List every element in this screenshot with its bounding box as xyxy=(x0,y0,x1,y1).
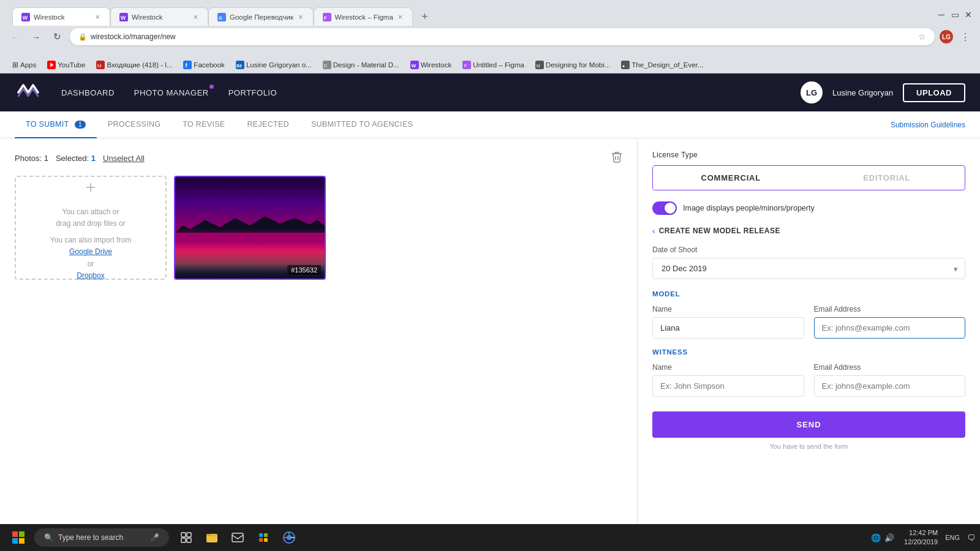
photos-grid: + You can attach or drag and drop files … xyxy=(15,176,622,280)
facebook-icon: f xyxy=(183,61,192,69)
submission-guidelines-link[interactable]: Submission Guidelines xyxy=(891,112,965,138)
svg-rect-12 xyxy=(183,61,192,69)
editorial-license-button[interactable]: EDITORIAL xyxy=(809,166,965,190)
back-button[interactable]: ← xyxy=(7,29,23,45)
browser-tab-3[interactable]: G Google Переводчик × xyxy=(208,7,314,26)
upload-dropzone[interactable]: + You can attach or drag and drop files … xyxy=(15,176,167,280)
search-icon: 🔍 xyxy=(44,533,53,542)
material-icon: D xyxy=(323,61,331,69)
clock-display[interactable]: 12:42 PM 12/20/2019 xyxy=(904,528,938,547)
witness-email-input[interactable] xyxy=(814,375,966,397)
bookmark-behance-label: Lusine Grigoryan o... xyxy=(246,61,312,69)
bookmark-figma[interactable]: F Untitled – Figma xyxy=(458,59,529,70)
model-release-title: CREATE NEW MODEL RELEASE xyxy=(659,227,780,235)
lock-icon: 🔒 xyxy=(78,33,87,41)
minimize-button[interactable]: ─ xyxy=(937,10,946,19)
svg-rect-41 xyxy=(264,533,268,537)
date-of-shoot-label: Date of Shoot xyxy=(652,246,965,254)
google-drive-link[interactable]: Google Drive xyxy=(69,247,112,256)
nav-dashboard[interactable]: DASHBOARD xyxy=(61,86,115,100)
dropbox-link[interactable]: Dropbox xyxy=(77,271,104,280)
refresh-button[interactable]: ↻ xyxy=(49,29,65,45)
svg-rect-34 xyxy=(187,533,191,537)
task-view-button[interactable] xyxy=(174,524,198,551)
taskbar-right: 🌐 🔊 12:42 PM 12/20/2019 ENG 🗨 xyxy=(866,528,975,547)
delete-button[interactable] xyxy=(611,151,622,166)
back-arrow-icon[interactable]: ‹ xyxy=(652,226,655,236)
model-fields-row: Name Email Address xyxy=(652,305,965,339)
taskbar: 🔍 Type here to search 🎤 xyxy=(0,524,980,551)
task-view-icon xyxy=(181,532,192,543)
notifications-icon[interactable]: 🗨 xyxy=(967,533,975,542)
user-avatar[interactable]: LG xyxy=(801,81,823,103)
tab-to-revise[interactable]: TO REVISE xyxy=(172,111,236,138)
tab-submitted-agencies[interactable]: SUBMITTED TO AGENCIES xyxy=(300,111,424,138)
figma-favicon: F xyxy=(323,13,331,21)
bookmark-star-icon[interactable]: ☆ xyxy=(918,32,926,42)
gmail-icon: M xyxy=(96,61,105,69)
svg-rect-43 xyxy=(264,538,268,542)
bookmark-designing-label: Designing for Mobi... xyxy=(546,61,610,69)
bookmark-apps[interactable]: ⊞ Apps xyxy=(7,59,41,70)
wirestock-logo[interactable] xyxy=(15,79,42,106)
bookmark-youtube[interactable]: YouTube xyxy=(42,59,90,70)
browser-tab-2[interactable]: W Wirestock × xyxy=(110,7,208,26)
mail-button[interactable] xyxy=(225,524,250,551)
tab-close-1[interactable]: × xyxy=(94,11,101,23)
chrome-button[interactable] xyxy=(277,524,301,551)
photo-thumbnail-item[interactable]: #135632 xyxy=(174,176,326,280)
bookmark-designing[interactable]: M Designing for Mobi... xyxy=(530,59,615,70)
nav-photo-manager[interactable]: PHOTO MANAGER xyxy=(134,86,209,100)
tab-close-2[interactable]: × xyxy=(192,11,199,23)
commercial-license-button[interactable]: COMMERCIAL xyxy=(653,166,809,190)
date-of-shoot-select[interactable]: 20 Dec 2019 xyxy=(652,258,965,279)
witness-name-input[interactable] xyxy=(652,375,804,397)
nav-links: DASHBOARD PHOTO MANAGER PORTFOLIO xyxy=(61,86,781,100)
tab-close-4[interactable]: × xyxy=(397,11,404,23)
browser-menu-icon[interactable]: ⋮ xyxy=(958,31,973,43)
people-property-toggle[interactable] xyxy=(652,201,677,215)
bookmark-behance[interactable]: Bē Lusine Grigoryan o... xyxy=(231,59,317,70)
maximize-button[interactable]: ▭ xyxy=(951,10,959,19)
bookmark-material[interactable]: D Design - Material D... xyxy=(318,59,404,70)
close-button[interactable]: ✕ xyxy=(964,10,973,19)
tab-rejected[interactable]: REJECTED xyxy=(236,111,300,138)
model-email-input[interactable] xyxy=(814,317,966,339)
bookmark-design-of-ever[interactable]: ● The_Design_of_Ever... xyxy=(616,59,708,70)
designing-icon: M xyxy=(535,61,544,69)
bookmark-gmail[interactable]: M Входящие (418) - l... xyxy=(91,59,177,70)
svg-rect-35 xyxy=(181,538,186,542)
svg-point-45 xyxy=(287,535,292,540)
bookmark-wirestock[interactable]: W Wirestock xyxy=(405,59,456,70)
svg-rect-33 xyxy=(181,533,186,537)
tab-to-submit[interactable]: TO SUBMIT 1 xyxy=(15,111,97,138)
store-button[interactable] xyxy=(251,524,276,551)
unselect-all-button[interactable]: Unselect All xyxy=(103,154,145,163)
taskbar-search[interactable]: 🔍 Type here to search 🎤 xyxy=(34,528,169,547)
language-indicator: ENG xyxy=(943,534,962,541)
bookmark-facebook[interactable]: f Facebook xyxy=(178,59,230,70)
file-explorer-button[interactable] xyxy=(200,524,224,551)
logo-icon xyxy=(15,79,42,106)
nav-right: LG Lusine Grigoryan UPLOAD xyxy=(801,81,965,103)
browser-tab-1[interactable]: W Wirestock × xyxy=(12,7,110,26)
upload-button[interactable]: UPLOAD xyxy=(903,83,965,102)
model-name-input[interactable] xyxy=(652,317,804,339)
address-bar[interactable]: 🔒 wirestock.io/manager/new ☆ xyxy=(70,28,935,45)
photos-header: Photos: 1 Selected: 1 Unselect All xyxy=(15,151,622,166)
browser-tab-4[interactable]: F Wirestock – Figma × xyxy=(314,7,413,26)
new-tab-button[interactable]: + xyxy=(415,7,434,26)
send-button[interactable]: SEND xyxy=(652,411,965,438)
tab-processing[interactable]: PROCESSING xyxy=(97,111,172,138)
start-button[interactable] xyxy=(5,524,32,551)
user-profile-avatar[interactable]: LG xyxy=(940,30,953,43)
network-icon[interactable]: 🌐 xyxy=(871,533,881,542)
nav-portfolio[interactable]: PORTFOLIO xyxy=(228,86,277,100)
bookmark-gmail-label: Входящие (418) - l... xyxy=(107,61,172,69)
store-icon xyxy=(258,532,269,543)
forward-button[interactable]: → xyxy=(28,29,44,45)
svg-text:D: D xyxy=(323,63,326,67)
svg-text:M: M xyxy=(537,63,540,67)
volume-icon[interactable]: 🔊 xyxy=(884,533,894,542)
tab-close-3[interactable]: × xyxy=(297,11,304,23)
